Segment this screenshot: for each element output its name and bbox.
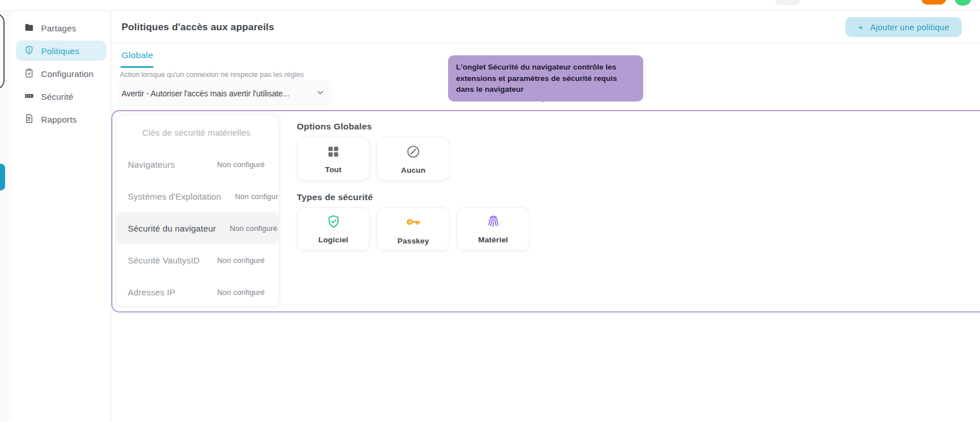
- security-card-passkey[interactable]: Passkey: [377, 207, 450, 251]
- category-label: Adresses IP: [128, 287, 175, 297]
- clipboard-check-icon: [24, 68, 34, 80]
- chevron-down-icon: [311, 88, 325, 99]
- page-title: Politiques d'accès aux appareils: [122, 11, 274, 43]
- topbar-avatar-fragment[interactable]: [921, 0, 946, 5]
- category-securite-vaultysid[interactable]: Sécurité VaultysID Non configuré: [116, 244, 279, 276]
- topbar-status-dot: [955, 0, 971, 6]
- page-header: Politiques d'accès aux appareils + Ajout…: [111, 11, 980, 43]
- left-teal-handle: [0, 164, 5, 190]
- section-title-types-securite: Types de sécurité: [297, 192, 373, 202]
- security-card-label: Matériel: [478, 236, 509, 244]
- category-cles-securite[interactable]: Clés de sécurité matérielles: [116, 116, 279, 148]
- violation-action-select[interactable]: Avertir - Autoriser l'accès mais avertir…: [118, 80, 333, 107]
- security-card-label: Passkey: [397, 237, 429, 245]
- category-label: Clés de sécurité matérielles: [142, 128, 251, 137]
- topbar-pill-button[interactable]: [775, 0, 800, 5]
- add-policy-label: Ajouter une politique: [870, 23, 949, 32]
- offscreen-highlight-ring: [0, 13, 5, 90]
- grid-icon: [326, 144, 341, 161]
- category-status: Non configuré: [235, 192, 279, 201]
- category-status: Non configuré: [230, 224, 278, 233]
- sidebar: Partages Politiques Configuration Sécuri…: [11, 11, 111, 422]
- key-icon: [405, 213, 422, 233]
- fingerprint-icon: [486, 214, 501, 232]
- app-window: Partages Politiques Configuration Sécuri…: [0, 0, 980, 422]
- sidebar-item-partages[interactable]: Partages: [16, 18, 106, 38]
- category-securite-navigateur[interactable]: Sécurité du navigateur Non configuré: [116, 212, 279, 244]
- tab-globale[interactable]: Globale: [122, 50, 154, 60]
- sidebar-item-rapports[interactable]: Rapports: [16, 109, 106, 129]
- none-icon: [405, 144, 421, 162]
- sidebar-item-securite[interactable]: Sécurité: [16, 86, 106, 107]
- category-status: Non configuré: [217, 160, 265, 169]
- sidebar-item-label: Politiques: [41, 46, 79, 56]
- sidebar-item-label: Sécurité: [41, 92, 74, 102]
- policy-category-list: Clés de sécurité matérielles Navigateurs…: [116, 115, 279, 307]
- category-status: Non configuré: [217, 288, 265, 297]
- option-card-aucun[interactable]: Aucun: [377, 137, 450, 181]
- category-status: Non configuré: [217, 256, 265, 265]
- violation-action-value: Avertir - Autoriser l'accès mais avertir…: [122, 89, 311, 98]
- sidebar-item-label: Configuration: [41, 69, 94, 79]
- report-icon: [24, 113, 34, 125]
- tooltip-arrow: [537, 95, 549, 103]
- global-options-cards: Tout Aucun: [297, 137, 450, 181]
- option-card-label: Aucun: [401, 166, 426, 175]
- section-title-options-globales: Options Globales: [297, 121, 372, 132]
- shield-alert-icon: [24, 45, 34, 57]
- sidebar-item-configuration[interactable]: Configuration: [16, 63, 106, 84]
- category-label: Sécurité du navigateur: [128, 224, 216, 233]
- category-adresses-ip[interactable]: Adresses IP Non configuré: [116, 276, 279, 307]
- left-edge-strip: [0, 11, 11, 422]
- violation-action-label: Action lorsque qu'un connexion ne respec…: [118, 71, 306, 79]
- category-systemes-exploitation[interactable]: Systèmes d'Exploitation Non configuré: [116, 180, 279, 212]
- category-label: Sécurité VaultysID: [128, 255, 200, 265]
- top-bar: [0, 0, 980, 11]
- sidebar-item-label: Partages: [41, 23, 76, 33]
- sidebar-item-politiques[interactable]: Politiques: [16, 40, 106, 61]
- folder-icon: [24, 22, 34, 34]
- shield-check-icon: [326, 214, 341, 232]
- add-policy-button[interactable]: + Ajouter une politique: [845, 17, 962, 37]
- sidebar-item-label: Rapports: [41, 115, 76, 124]
- category-navigateurs[interactable]: Navigateurs Non configuré: [116, 148, 279, 180]
- security-card-label: Logiciel: [318, 236, 349, 244]
- tab-active-underline: [120, 66, 154, 68]
- option-card-label: Tout: [325, 165, 341, 174]
- security-card-logiciel[interactable]: Logiciel: [297, 207, 370, 251]
- category-label: Systèmes d'Exploitation: [128, 192, 221, 201]
- security-type-cards: Logiciel Passkey Matériel: [297, 207, 530, 251]
- option-card-tout[interactable]: Tout: [297, 137, 370, 181]
- plus-icon: +: [858, 22, 863, 32]
- security-card-materiel[interactable]: Matériel: [457, 207, 530, 251]
- password-icon: [24, 91, 34, 103]
- category-label: Navigateurs: [128, 160, 175, 169]
